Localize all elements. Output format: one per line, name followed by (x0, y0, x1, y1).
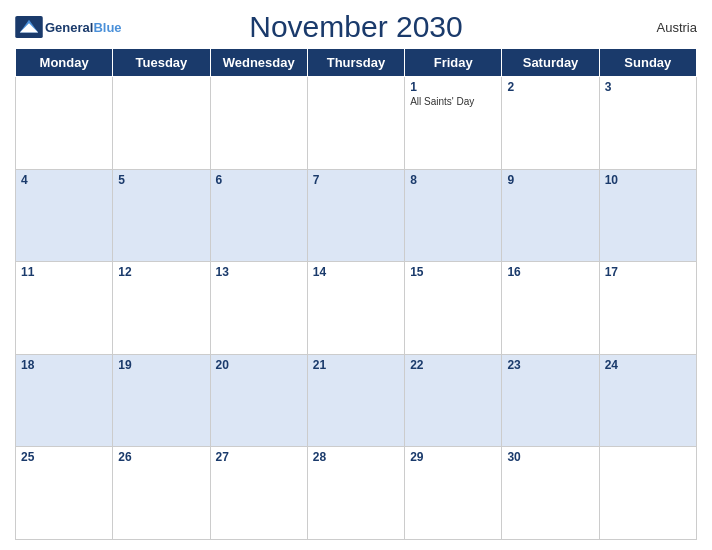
calendar-cell: 28 (307, 447, 404, 540)
calendar-cell (599, 447, 696, 540)
day-number: 1 (410, 80, 496, 94)
calendar-cell: 25 (16, 447, 113, 540)
day-number: 25 (21, 450, 107, 464)
calendar-header: GeneralBlue November 2030 Austria (15, 10, 697, 44)
calendar-cell (210, 77, 307, 170)
calendar-cell: 6 (210, 169, 307, 262)
calendar-cell: 23 (502, 354, 599, 447)
day-number: 29 (410, 450, 496, 464)
calendar-cell: 7 (307, 169, 404, 262)
calendar-cell: 22 (405, 354, 502, 447)
calendar-title: November 2030 (249, 10, 462, 44)
weekday-header-sunday: Sunday (599, 49, 696, 77)
day-number: 22 (410, 358, 496, 372)
day-number: 2 (507, 80, 593, 94)
calendar-cell: 1All Saints' Day (405, 77, 502, 170)
day-number: 19 (118, 358, 204, 372)
day-number: 13 (216, 265, 302, 279)
week-row-5: 252627282930 (16, 447, 697, 540)
holiday-name: All Saints' Day (410, 96, 496, 107)
calendar-cell: 2 (502, 77, 599, 170)
weekday-header-wednesday: Wednesday (210, 49, 307, 77)
calendar-cell: 5 (113, 169, 210, 262)
day-number: 10 (605, 173, 691, 187)
week-row-1: 1All Saints' Day23 (16, 77, 697, 170)
day-number: 6 (216, 173, 302, 187)
day-number: 21 (313, 358, 399, 372)
calendar-cell: 17 (599, 262, 696, 355)
weekday-header-saturday: Saturday (502, 49, 599, 77)
day-number: 17 (605, 265, 691, 279)
calendar-cell: 3 (599, 77, 696, 170)
day-number: 9 (507, 173, 593, 187)
calendar-cell (16, 77, 113, 170)
calendar-cell: 20 (210, 354, 307, 447)
calendar-cell: 19 (113, 354, 210, 447)
weekday-header-monday: Monday (16, 49, 113, 77)
week-row-2: 45678910 (16, 169, 697, 262)
weekday-header-tuesday: Tuesday (113, 49, 210, 77)
calendar-cell: 8 (405, 169, 502, 262)
day-number: 24 (605, 358, 691, 372)
calendar-cell: 30 (502, 447, 599, 540)
calendar-cell: 18 (16, 354, 113, 447)
calendar-cell (113, 77, 210, 170)
calendar-table: MondayTuesdayWednesdayThursdayFridaySatu… (15, 48, 697, 540)
day-number: 3 (605, 80, 691, 94)
day-number: 8 (410, 173, 496, 187)
day-number: 11 (21, 265, 107, 279)
week-row-4: 18192021222324 (16, 354, 697, 447)
day-number: 15 (410, 265, 496, 279)
calendar-cell: 9 (502, 169, 599, 262)
logo: GeneralBlue (15, 16, 122, 38)
calendar-cell: 24 (599, 354, 696, 447)
calendar-cell (307, 77, 404, 170)
calendar-cell: 16 (502, 262, 599, 355)
calendar-cell: 11 (16, 262, 113, 355)
calendar-cell: 21 (307, 354, 404, 447)
logo-general: GeneralBlue (45, 20, 122, 35)
weekday-header-friday: Friday (405, 49, 502, 77)
day-number: 26 (118, 450, 204, 464)
calendar-cell: 13 (210, 262, 307, 355)
weekday-header-thursday: Thursday (307, 49, 404, 77)
day-number: 5 (118, 173, 204, 187)
calendar-cell: 4 (16, 169, 113, 262)
day-number: 18 (21, 358, 107, 372)
calendar-cell: 10 (599, 169, 696, 262)
day-number: 14 (313, 265, 399, 279)
week-row-3: 11121314151617 (16, 262, 697, 355)
calendar-cell: 29 (405, 447, 502, 540)
calendar-cell: 27 (210, 447, 307, 540)
day-number: 16 (507, 265, 593, 279)
weekday-header-row: MondayTuesdayWednesdayThursdayFridaySatu… (16, 49, 697, 77)
day-number: 28 (313, 450, 399, 464)
calendar-cell: 14 (307, 262, 404, 355)
calendar-cell: 15 (405, 262, 502, 355)
day-number: 4 (21, 173, 107, 187)
logo-icon (15, 16, 43, 38)
day-number: 20 (216, 358, 302, 372)
day-number: 27 (216, 450, 302, 464)
day-number: 12 (118, 265, 204, 279)
day-number: 7 (313, 173, 399, 187)
calendar-cell: 26 (113, 447, 210, 540)
day-number: 30 (507, 450, 593, 464)
day-number: 23 (507, 358, 593, 372)
calendar-cell: 12 (113, 262, 210, 355)
country-label: Austria (657, 20, 697, 35)
